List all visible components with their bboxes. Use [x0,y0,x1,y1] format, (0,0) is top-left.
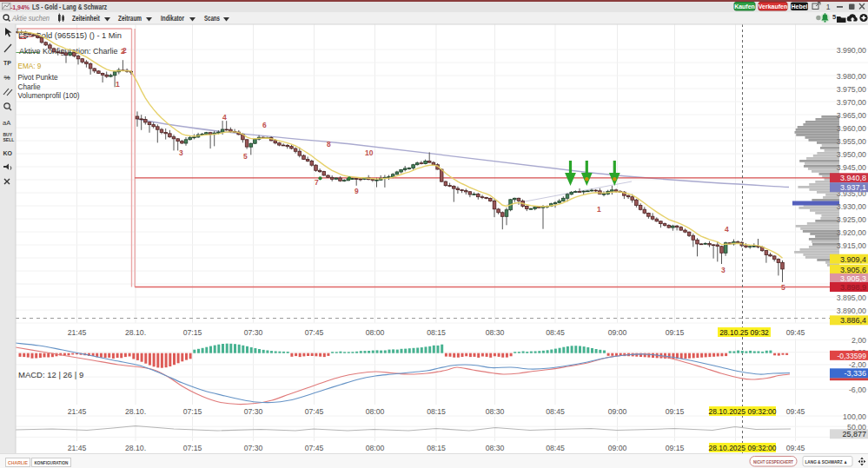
svg-text:KO: KO [3,150,13,156]
svg-text:3.960,00: 3.960,00 [837,124,866,133]
svg-text:28.10.: 28.10. [125,444,146,452]
svg-text:07:15: 07:15 [183,328,202,337]
svg-text:3.990,00: 3.990,00 [837,46,866,55]
svg-text:3.937,1: 3.937,1 [840,183,866,192]
svg-text:3.955,00: 3.955,00 [837,137,866,146]
svg-text:07:30: 07:30 [244,407,263,416]
svg-text:08:15: 08:15 [427,328,446,337]
svg-text:25,877: 25,877 [842,430,866,438]
svg-text:09:00: 09:00 [608,407,627,416]
svg-text:3.970,00: 3.970,00 [837,98,866,107]
svg-text:3.980,00: 3.980,00 [837,72,866,81]
svg-text:07:15: 07:15 [183,444,202,452]
svg-text:08:30: 08:30 [486,328,505,337]
svg-text:Charlie: Charlie [18,83,41,91]
svg-text:TP: TP [3,60,11,66]
svg-text:-1,94%: -1,94% [10,3,30,11]
svg-text:100,00: 100,00 [843,412,866,421]
svg-text:08:45: 08:45 [546,328,565,337]
svg-text:09:45: 09:45 [786,444,805,452]
svg-text:5: 5 [243,152,248,161]
svg-text:-0,33599: -0,33599 [837,352,866,360]
svg-text:3.950,00: 3.950,00 [837,150,866,159]
svg-text:LS - Gold - Lang & Schwarz: LS - Gold - Lang & Schwarz [32,3,107,11]
svg-text:3.940,8: 3.940,8 [840,174,866,182]
svg-text:Zeitraum: Zeitraum [118,14,142,23]
svg-text:-2,00: -2,00 [849,360,866,369]
svg-text:28.10.: 28.10. [125,407,146,416]
svg-text:08:00: 08:00 [366,444,385,452]
svg-text:21:45: 21:45 [68,407,87,416]
svg-text:3.915,00: 3.915,00 [837,241,866,250]
svg-text:EMA: 9: EMA: 9 [18,63,42,70]
svg-text:2,00: 2,00 [851,336,866,345]
svg-text:4: 4 [222,113,227,122]
svg-text:3.945,00: 3.945,00 [837,163,866,172]
svg-text:07:45: 07:45 [305,444,324,452]
svg-text:3: 3 [721,266,726,274]
svg-text:Pivot Punkte: Pivot Punkte [18,74,58,82]
svg-text:08:30: 08:30 [486,444,505,452]
svg-text:MACD: 12 | 26 | 9: MACD: 12 | 26 | 9 [18,370,83,379]
svg-text:KONFIGURATION: KONFIGURATION [35,460,69,465]
svg-text:NICHT GESPEICHERT: NICHT GESPEICHERT [753,459,793,465]
svg-text:09:00: 09:00 [608,328,627,337]
svg-text:08:45: 08:45 [546,407,565,416]
svg-text:09:00: 09:00 [608,444,627,452]
svg-text:CHARLIE: CHARLIE [8,460,28,465]
svg-text:6: 6 [262,121,267,129]
svg-text:Aktie suchen: Aktie suchen [11,14,50,23]
svg-text:2: 2 [123,46,127,55]
svg-text:07:45: 07:45 [305,407,324,416]
svg-text:08:15: 08:15 [427,444,446,452]
svg-text:3.905,3: 3.905,3 [840,274,866,283]
svg-text:Kaufen: Kaufen [734,3,755,10]
svg-text:08:30: 08:30 [486,407,505,416]
svg-text:3.895,00: 3.895,00 [837,293,866,302]
svg-text:28.10.2025 09:32:00: 28.10.2025 09:32:00 [709,407,777,416]
svg-text:09:15: 09:15 [666,328,685,337]
svg-text:5: 5 [781,283,785,292]
svg-text:08:15: 08:15 [427,407,446,416]
svg-text:1: 1 [116,80,120,89]
svg-text:%: % [4,74,10,82]
svg-text:3.909,4: 3.909,4 [840,255,866,264]
svg-text:08:45: 08:45 [546,444,565,452]
svg-text:07:15: 07:15 [183,407,202,416]
svg-text:09:45: 09:45 [786,407,805,416]
svg-text:Zeiteinheit: Zeiteinheit [72,14,100,23]
svg-text:3.890,00: 3.890,00 [837,307,866,315]
svg-text:8: 8 [327,140,331,148]
svg-text:3.975,00: 3.975,00 [837,85,866,94]
svg-text:SELL: SELL [3,137,15,142]
svg-text:07:30: 07:30 [244,328,263,337]
svg-text:5: 5 [832,13,836,21]
svg-text:08:00: 08:00 [366,407,385,416]
svg-text:3.930,00: 3.930,00 [837,202,866,211]
svg-text:3.905,6: 3.905,6 [840,266,866,274]
svg-text:aA: aA [3,119,10,127]
svg-text:9: 9 [354,187,359,195]
svg-text:07:45: 07:45 [305,328,324,337]
svg-text:28.10.25 09:32: 28.10.25 09:32 [719,328,769,337]
svg-text:Verkaufen: Verkaufen [759,3,787,10]
svg-text:1: 1 [597,205,601,214]
svg-text:10: 10 [365,148,374,157]
svg-text:Hebel: Hebel [791,3,807,10]
svg-text:3.925,00: 3.925,00 [837,215,866,224]
svg-text:28.10.2025 09:32:00: 28.10.2025 09:32:00 [709,444,777,452]
svg-text:09:45: 09:45 [786,328,805,337]
svg-text:7: 7 [315,178,319,187]
svg-text:4: 4 [725,225,729,234]
svg-text:50,00: 50,00 [847,423,866,432]
svg-text:Indikator: Indikator [161,14,185,23]
svg-text:3.886,4: 3.886,4 [840,316,866,325]
svg-text:28.10.: 28.10. [125,328,146,337]
svg-text:09:15: 09:15 [666,407,685,416]
svg-text:07:30: 07:30 [244,444,263,452]
svg-text:Volumenprofil (100): Volumenprofil (100) [18,92,80,100]
svg-text:3.898,9: 3.898,9 [840,283,866,292]
svg-text:08:00: 08:00 [366,328,385,337]
svg-text:-6,00: -6,00 [849,386,866,394]
svg-text:1: 1 [826,3,831,11]
